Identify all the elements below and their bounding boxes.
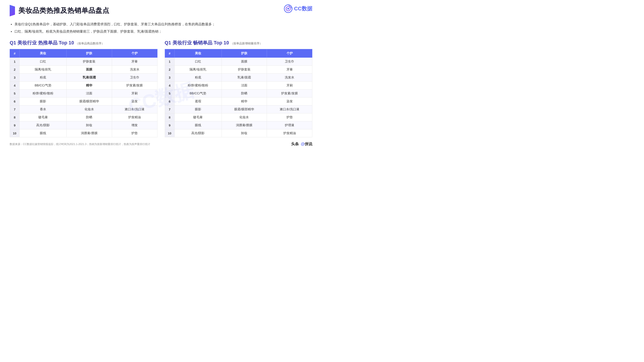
right-cell-makeup: 粉底 [174, 74, 222, 82]
right-cell-skincare: 精华 [222, 97, 267, 105]
right-cell-skincare: 护肤套装 [222, 66, 267, 74]
left-cell-rank: 8 [10, 113, 20, 121]
bullet-item-2: 口红、隔离/妆前乳、粉底为美妆品类热销销量前三，护肤品类下面膜、护肤套装、乳液/… [14, 28, 312, 35]
right-cell-personal: 护发素/发膜 [267, 89, 312, 97]
right-cell-rank: 3 [165, 74, 174, 82]
right-table-row: 1口红面膜卫生巾 [165, 58, 312, 66]
left-cell-personal: 漱口水/洗口液 [112, 105, 157, 113]
right-cell-rank: 5 [165, 89, 174, 97]
left-table-row: 3粉底乳液/面霜卫生巾 [10, 74, 158, 82]
left-cell-rank: 2 [10, 66, 20, 74]
right-th-skincare: 护肤 [222, 49, 267, 58]
left-cell-makeup: 眼影 [20, 97, 67, 105]
right-cell-skincare: 乳液/面霜 [222, 74, 267, 82]
right-th-makeup: 美妆 [174, 49, 222, 58]
right-th-rank: # [165, 49, 174, 58]
right-cell-personal: 卫生巾 [267, 58, 312, 66]
right-cell-skincare: 卸妆 [222, 129, 267, 137]
left-th-rank: # [10, 49, 20, 58]
right-cell-rank: 6 [165, 97, 174, 105]
left-cell-personal: 牙刷 [112, 89, 157, 97]
right-cell-makeup: 眼线 [174, 121, 222, 129]
right-cell-makeup: 遮瑕 [174, 97, 222, 105]
right-table: # 美妆 护肤 个护 1口红面膜卫生巾2隔离/妆前乳护肤套装牙膏3粉底乳液/面霜… [165, 49, 312, 137]
left-cell-rank: 6 [10, 97, 20, 105]
right-table-row: 4粉饼/蜜粉/散粉洁面牙刷 [165, 82, 312, 89]
left-cell-makeup: 睫毛膏 [20, 113, 67, 121]
left-table-row: 6眼影眼霜/眼部精华染发 [10, 97, 158, 105]
title-accent [10, 5, 15, 16]
right-cell-skincare: 眼霜/眼部精华 [222, 105, 267, 113]
left-cell-skincare: 乳液/面霜 [67, 74, 112, 82]
left-table-row: 5粉饼/蜜粉/散粉洁面牙刷 [10, 89, 158, 97]
left-cell-skincare: 眼霜/眼部精华 [67, 97, 112, 105]
right-cell-makeup: 睫毛膏 [174, 113, 222, 121]
left-table-header-row: # 美妆 护肤 个护 [10, 49, 158, 58]
left-cell-skincare: 洁面 [67, 89, 112, 97]
right-cell-personal: 漱口水/洗口液 [267, 105, 312, 113]
left-table-section: Q1 美妆行业 热推单品 Top 10 （按单品商品数排序） # 美妆 护肤 个… [10, 39, 158, 137]
cc-logo-icon [284, 4, 292, 13]
left-cell-rank: 9 [10, 121, 20, 129]
right-cell-makeup: BB/CC/气垫 [174, 89, 222, 97]
right-th-personal: 个护 [267, 49, 312, 58]
left-cell-makeup: 眼线 [20, 129, 67, 137]
left-cell-skincare: 防晒 [67, 113, 112, 121]
right-table-row: 6遮瑕精华染发 [165, 97, 312, 105]
left-cell-makeup: 粉饼/蜜粉/散粉 [20, 89, 67, 97]
left-table-body: 1口红护肤套装牙膏2隔离/妆前乳面膜洗发水3粉底乳液/面霜卫生巾4BB/CC/气… [10, 58, 158, 137]
page-title: 美妆品类热推及热销单品盘点 [18, 6, 110, 15]
left-cell-rank: 1 [10, 58, 20, 66]
left-cell-makeup: 香水 [20, 105, 67, 113]
left-th-makeup: 美妆 [20, 49, 67, 58]
left-table-subtitle: （按单品商品数排序） [75, 41, 104, 46]
right-table-row: 9眼线润唇膏/唇膜护理液 [165, 121, 312, 129]
right-cell-personal: 染发 [267, 97, 312, 105]
right-table-row: 5BB/CC/气垫防晒护发素/发膜 [165, 89, 312, 97]
right-cell-rank: 7 [165, 105, 174, 113]
footer: 数据来源：CC数据社媒营销情报追踪，统计时间为2021.1-2021.3；热销为… [10, 142, 312, 147]
bullet-item-1: 美妆行业Q1热推单品中，基础护肤、入门彩妆单品消费需求强烈，口红、护肤套装、牙膏… [14, 21, 312, 27]
left-table-title: Q1 美妆行业 热推单品 Top 10 [10, 39, 74, 46]
right-cell-makeup: 口红 [174, 58, 222, 66]
left-cell-makeup: 口红 [20, 58, 67, 66]
left-cell-personal: 染发 [112, 97, 157, 105]
left-cell-skincare: 护肤套装 [67, 58, 112, 66]
logo-text: CC数据 [294, 5, 312, 12]
left-cell-rank: 5 [10, 89, 20, 97]
left-cell-personal: 护垫 [112, 129, 157, 137]
right-table-section: Q1 美妆行业 畅销单品 Top 10 （按单品新增销量排序） # 美妆 护肤 … [165, 39, 312, 137]
left-cell-personal: 洗发水 [112, 66, 157, 74]
left-cell-makeup: 粉底 [20, 74, 67, 82]
right-cell-skincare: 洁面 [222, 82, 267, 89]
right-cell-makeup: 粉饼/蜜粉/散粉 [174, 82, 222, 89]
logo: CC数据 [284, 4, 312, 13]
right-table-row: 10高光/阴影卸妆护发精油 [165, 129, 312, 137]
right-cell-rank: 4 [165, 82, 174, 89]
left-cell-rank: 7 [10, 105, 20, 113]
right-table-row: 7眼影眼霜/眼部精华漱口水/洗口液 [165, 105, 312, 113]
left-cell-makeup: 隔离/妆前乳 [20, 66, 67, 74]
left-cell-rank: 10 [10, 129, 20, 137]
right-table-body: 1口红面膜卫生巾2隔离/妆前乳护肤套装牙膏3粉底乳液/面霜洗发水4粉饼/蜜粉/散… [165, 58, 312, 137]
left-cell-personal: 牙膏 [112, 58, 157, 66]
left-th-personal: 个护 [112, 49, 157, 58]
left-table-row: 7香水化妆水漱口水/洗口液 [10, 105, 158, 113]
left-table-row: 2隔离/妆前乳面膜洗发水 [10, 66, 158, 74]
left-cell-rank: 3 [10, 74, 20, 82]
left-cell-rank: 4 [10, 82, 20, 89]
right-cell-skincare: 面膜 [222, 58, 267, 66]
left-table-row: 4BB/CC/气垫精华护发素/发膜 [10, 82, 158, 89]
left-cell-skincare: 化妆水 [67, 105, 112, 113]
left-cell-skincare: 润唇膏/唇膜 [67, 129, 112, 137]
right-cell-skincare: 润唇膏/唇膜 [222, 121, 267, 129]
left-table-title-row: Q1 美妆行业 热推单品 Top 10 （按单品商品数排序） [10, 39, 158, 46]
left-table-row: 9高光/阴影卸妆增发 [10, 121, 158, 129]
left-cell-skincare: 卸妆 [67, 121, 112, 129]
left-cell-personal: 护发精油 [112, 113, 157, 121]
footer-brand-text1: 头条 [291, 142, 299, 147]
right-cell-skincare: 防晒 [222, 89, 267, 97]
left-cell-skincare: 精华 [67, 82, 112, 89]
left-cell-skincare: 面膜 [67, 66, 112, 74]
tables-container: Q1 美妆行业 热推单品 Top 10 （按单品商品数排序） # 美妆 护肤 个… [10, 39, 312, 137]
